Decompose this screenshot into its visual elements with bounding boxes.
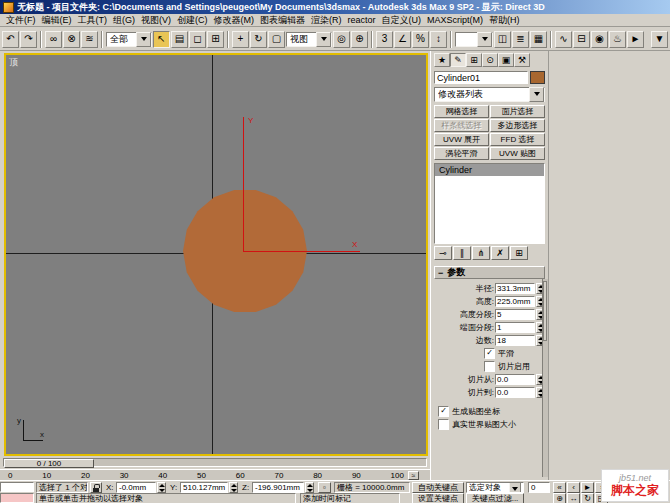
schematic-view-icon[interactable]: ⊟ [573,31,590,48]
select-object-icon[interactable]: ↖ [153,31,170,48]
tab-display-icon[interactable]: ▣ [498,53,514,67]
slice-to-field[interactable]: 0.0 [495,387,535,398]
sides-field[interactable]: 18 [495,335,535,346]
modifier-button-unwrap-uvw[interactable]: UVW 展开 [434,133,489,146]
modifier-button-ffd-select[interactable]: FFD 选择 [490,133,545,146]
chevron-down-icon[interactable] [529,87,544,102]
use-center-icon[interactable]: ◎ [333,31,350,48]
unlink-icon[interactable]: ⊗ [63,31,80,48]
generate-mapping-checkbox[interactable]: ✓ [438,406,449,417]
menu-edit[interactable]: 编辑(E) [39,14,75,27]
zoom-viewport-icon[interactable]: ⊕ [553,493,566,503]
height-field[interactable]: 225.0mm [495,296,535,307]
menu-tools[interactable]: 工具(T) [75,14,111,27]
render-scene-icon[interactable]: ♨ [609,31,626,48]
tab-hierarchy-icon[interactable]: ⊞ [466,53,482,67]
select-link-icon[interactable]: ∞ [45,31,62,48]
object-color-swatch[interactable] [530,71,545,84]
select-manipulate-icon[interactable]: ⊕ [351,31,368,48]
time-slider-track[interactable]: 0 / 100 [3,458,427,467]
menu-views[interactable]: 视图(V) [138,14,174,27]
chevron-down-icon[interactable] [136,32,151,47]
modifier-button-turbosmooth[interactable]: 涡轮平滑 [434,147,489,160]
x-coord-field[interactable]: -0.0mm [116,482,156,493]
mirror-icon[interactable]: ◫ [494,31,511,48]
z-coord-field[interactable]: -196.901mm [252,482,304,493]
selection-filter-combo[interactable]: 全部 [106,32,152,47]
add-time-tag[interactable]: 添加时间标记 [300,493,400,503]
menu-customize[interactable]: 自定义(U) [379,14,425,27]
modifier-button-patch-select[interactable]: 面片选择 [490,105,545,118]
set-key-button[interactable]: 设置关键点 [412,493,464,503]
maxscript-macro-recorder[interactable] [0,493,34,503]
modifier-button-mesh-select[interactable]: 网格选择 [434,105,489,118]
select-move-icon[interactable]: + [232,31,249,48]
smooth-checkbox[interactable]: ✓ [484,348,495,359]
menu-rendering[interactable]: 渲染(R) [308,14,345,27]
maxscript-mini-listener[interactable] [0,482,34,492]
viewport-top[interactable]: 顶 X Y y x [4,53,428,456]
track-bar[interactable]: 0 10 20 30 40 50 60 70 80 90 100 ≈ [0,469,430,480]
make-unique-icon[interactable]: ⋔ [472,246,490,260]
bind-spacewarp-icon[interactable]: ≋ [81,31,98,48]
coord-system-combo[interactable]: 视图 [286,32,332,47]
arc-rotate-icon[interactable]: ↻ [581,493,594,503]
menu-file[interactable]: 文件(F) [3,14,39,27]
z-coord-spinner[interactable] [305,482,314,493]
key-mode-dropdown[interactable]: 选定对象 [466,482,524,493]
select-by-name-icon[interactable]: ▤ [171,31,188,48]
y-coord-spinner[interactable] [229,482,238,493]
y-coord-field[interactable]: 510.127mm [180,482,228,493]
menu-graph-editors[interactable]: 图表编辑器 [257,14,308,27]
time-slider-thumb[interactable]: 0 / 100 [4,459,94,468]
pin-stack-icon[interactable]: ⊸ [434,246,452,260]
modifier-list-dropdown[interactable]: 修改器列表 [434,87,545,102]
redo-icon[interactable]: ↷ [20,31,37,48]
layer-manager-icon[interactable]: ▦ [530,31,547,48]
percent-snap-icon[interactable]: % [412,31,429,48]
chevron-down-icon[interactable] [477,32,492,47]
height-segments-field[interactable]: 5 [495,309,535,320]
panel-scrollbar-thumb[interactable] [543,281,547,341]
cap-segments-field[interactable]: 1 [495,322,535,333]
chevron-down-icon[interactable] [509,482,521,493]
quick-render-icon[interactable]: ► [627,31,644,48]
tab-motion-icon[interactable]: ⊙ [482,53,498,67]
tab-modify-icon[interactable]: ✎ [450,53,466,67]
configure-modifier-sets-icon[interactable]: ⊞ [510,246,528,260]
menu-reactor[interactable]: reactor [345,15,379,25]
trackbar-mode-icon[interactable]: ≈ [408,471,419,480]
tab-create-icon[interactable]: ★ [434,53,450,67]
toolbar-overflow-icon[interactable]: ▼ [651,31,668,48]
radius-field[interactable]: 331.3mm [495,283,535,294]
key-filters-button[interactable]: 关键点过滤... [466,493,524,503]
angle-snap-icon[interactable]: ∠ [394,31,411,48]
snap-toggle-3d-icon[interactable]: 3 [376,31,393,48]
curve-editor-icon[interactable]: ∿ [555,31,572,48]
auto-key-button[interactable]: 自动关键点 [412,482,464,493]
select-scale-icon[interactable]: ▢ [268,31,285,48]
window-crossing-icon[interactable]: ⊞ [207,31,224,48]
modifier-button-uvw-map[interactable]: UVW 贴图 [490,147,545,160]
slice-from-field[interactable]: 0.0 [495,374,535,385]
menu-modifiers[interactable]: 修改器(M) [211,14,258,27]
current-frame-field[interactable]: 0 [528,482,550,493]
modifier-stack-list[interactable]: Cylinder [434,163,545,244]
previous-frame-icon[interactable]: ‹ [567,482,580,493]
spinner-snap-icon[interactable]: ↕ [430,31,447,48]
modifier-button-poly-select[interactable]: 多边形选择 [490,119,545,132]
select-rotate-icon[interactable]: ↻ [250,31,267,48]
play-animation-icon[interactable]: ► [581,482,594,493]
undo-icon[interactable]: ↶ [2,31,19,48]
x-coord-spinner[interactable] [157,482,166,493]
stack-item-cylinder[interactable]: Cylinder [435,164,544,176]
remove-modifier-icon[interactable]: ✗ [491,246,509,260]
real-world-map-checkbox[interactable] [438,419,449,430]
slice-enable-checkbox[interactable] [484,361,495,372]
menu-help[interactable]: 帮助(H) [486,14,523,27]
menu-group[interactable]: 组(G) [110,14,138,27]
pan-viewport-icon[interactable]: ↔ [567,493,580,503]
object-name-field[interactable]: Cylinder01 [434,71,528,84]
chevron-down-icon[interactable] [316,32,331,47]
menu-create[interactable]: 创建(C) [174,14,211,27]
